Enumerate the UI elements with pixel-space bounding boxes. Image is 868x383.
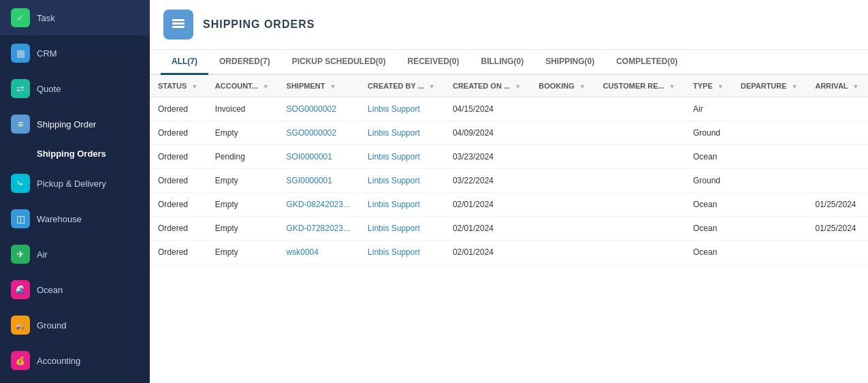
table-body: OrderedInvoicedSOG0000002Linbis Support0… — [150, 97, 868, 264]
sidebar-item-task-label: Task — [37, 13, 55, 23]
sidebar-item-accounting[interactable]: 💰 Accounting — [0, 343, 150, 378]
tab-ordered[interactable]: ORDERED(7) — [208, 50, 281, 75]
col-shipment[interactable]: SHIPMENT ▼ — [278, 75, 359, 97]
cell-account: Empty — [207, 217, 278, 241]
sidebar-item-shipping-order-label: Shipping Order — [37, 119, 96, 129]
cell-status: Ordered — [150, 145, 207, 169]
sidebar-item-task[interactable]: ✓ Task — [0, 0, 150, 35]
sidebar-item-pickup-delivery[interactable]: ⤷ Pickup & Delivery — [0, 166, 150, 201]
cell-shipment[interactable]: GKD-07282023... — [278, 217, 359, 241]
sort-icon-created-on: ▼ — [515, 83, 521, 90]
sort-icon-type: ▼ — [718, 83, 724, 90]
cell-created_by[interactable]: Linbis Support — [359, 217, 445, 241]
cell-departure — [733, 145, 807, 169]
cell-status: Ordered — [150, 97, 207, 121]
cell-departure — [733, 97, 807, 121]
cell-customer_re — [594, 121, 685, 145]
cell-arrival — [807, 241, 868, 264]
cell-shipment[interactable]: SGI0000001 — [278, 169, 359, 193]
cell-created_by[interactable]: Linbis Support — [359, 145, 445, 169]
cell-created_on: 02/01/2024 — [445, 193, 530, 217]
cell-created_on: 02/01/2024 — [445, 217, 530, 241]
sort-icon-created-by: ▼ — [429, 83, 435, 90]
col-status[interactable]: STATUS ▼ — [150, 75, 207, 97]
tab-completed[interactable]: COMPLETED(0) — [605, 50, 688, 75]
sidebar-subitem-shipping-orders[interactable]: Shipping Orders — [0, 142, 150, 166]
table-row: OrderedEmptyGKD-07282023...Linbis Suppor… — [150, 217, 868, 241]
cell-account: Invoiced — [207, 97, 278, 121]
air-icon: ✈ — [11, 245, 30, 264]
tab-billing[interactable]: BILLING(0) — [470, 50, 534, 75]
cell-type: Ground — [685, 169, 733, 193]
cell-arrival — [807, 169, 868, 193]
cell-created_by[interactable]: Linbis Support — [359, 241, 445, 264]
tab-shipping[interactable]: SHIPPING(0) — [534, 50, 605, 75]
tab-received[interactable]: RECEIVED(0) — [396, 50, 470, 75]
cell-created_on: 04/15/2024 — [445, 97, 530, 121]
sidebar-item-ocean[interactable]: 🌊 Ocean — [0, 272, 150, 307]
cell-departure — [733, 121, 807, 145]
cell-shipment[interactable]: wsk0004 — [278, 241, 359, 264]
cell-status: Ordered — [150, 169, 207, 193]
ocean-icon: 🌊 — [11, 280, 30, 299]
sidebar: ✓ Task ▦ CRM ⇄ Quote ≡ Shipping Order Sh… — [0, 0, 150, 383]
cell-type: Ocean — [685, 241, 733, 264]
cell-booking — [530, 217, 594, 241]
cell-booking — [530, 169, 594, 193]
cell-created_by[interactable]: Linbis Support — [359, 169, 445, 193]
cell-account: Empty — [207, 121, 278, 145]
col-created-on[interactable]: CREATED ON ... ▼ — [445, 75, 530, 97]
sidebar-item-air[interactable]: ✈ Air — [0, 236, 150, 272]
cell-created_on: 02/01/2024 — [445, 241, 530, 264]
col-account[interactable]: ACCOUNT... ▼ — [207, 75, 278, 97]
cell-created_on: 03/22/2024 — [445, 169, 530, 193]
table-header-row: STATUS ▼ ACCOUNT... ▼ SHIPMENT ▼ CREATED… — [150, 75, 868, 97]
cell-type: Ocean — [685, 193, 733, 217]
col-customer-re[interactable]: CUSTOMER RE... ▼ — [594, 75, 685, 97]
crm-icon: ▦ — [11, 44, 30, 63]
cell-arrival: 01/25/2024 — [807, 217, 868, 241]
sort-icon-shipment: ▼ — [329, 83, 336, 90]
sidebar-item-warehouse[interactable]: ◫ Warehouse — [0, 201, 150, 236]
svg-rect-2 — [172, 26, 184, 28]
cell-booking — [530, 193, 594, 217]
cell-customer_re — [594, 97, 685, 121]
cell-booking — [530, 145, 594, 169]
cell-shipment[interactable]: SGO0000002 — [278, 121, 359, 145]
svg-rect-0 — [172, 19, 184, 21]
cell-created_by[interactable]: Linbis Support — [359, 121, 445, 145]
ground-icon: 🚚 — [11, 316, 30, 335]
cell-shipment[interactable]: SOI0000001 — [278, 145, 359, 169]
tab-pickup-scheduled[interactable]: PICKUP SCHEDULED(0) — [281, 50, 397, 75]
cell-shipment[interactable]: SOG0000002 — [278, 97, 359, 121]
cell-account: Empty — [207, 169, 278, 193]
sidebar-item-quote-label: Quote — [37, 84, 61, 94]
tabs-bar: ALL(7) ORDERED(7) PICKUP SCHEDULED(0) RE… — [150, 50, 868, 75]
sidebar-item-quote[interactable]: ⇄ Quote — [0, 71, 150, 106]
table-row: OrderedEmptySGO0000002Linbis Support04/0… — [150, 121, 868, 145]
shipping-order-icon: ≡ — [11, 114, 30, 134]
cell-booking — [530, 121, 594, 145]
cell-shipment[interactable]: GKD-08242023... — [278, 193, 359, 217]
cell-type: Ocean — [685, 145, 733, 169]
cell-account: Empty — [207, 193, 278, 217]
cell-created_by[interactable]: Linbis Support — [359, 193, 445, 217]
cell-status: Ordered — [150, 193, 207, 217]
sidebar-item-shipping-order[interactable]: ≡ Shipping Order — [0, 106, 150, 142]
warehouse-icon: ◫ — [11, 209, 30, 228]
col-type[interactable]: TYPE ▼ — [685, 75, 733, 97]
sidebar-item-ground[interactable]: 🚚 Ground — [0, 307, 150, 343]
sidebar-item-reports[interactable]: 📊 Reports — [0, 378, 150, 383]
col-booking[interactable]: BOOKING ▼ — [530, 75, 594, 97]
sidebar-item-crm[interactable]: ▦ CRM — [0, 35, 150, 71]
cell-customer_re — [594, 217, 685, 241]
col-created-by[interactable]: CREATED BY ... ▼ — [359, 75, 445, 97]
tab-all[interactable]: ALL(7) — [161, 50, 208, 75]
cell-type: Ground — [685, 121, 733, 145]
cell-created_on: 04/09/2024 — [445, 121, 530, 145]
col-departure[interactable]: DEPARTURE ▼ — [733, 75, 807, 97]
cell-created_by[interactable]: Linbis Support — [359, 97, 445, 121]
cell-customer_re — [594, 241, 685, 264]
col-arrival[interactable]: ARRIVAL ▼ — [807, 75, 868, 97]
quote-icon: ⇄ — [11, 79, 30, 98]
